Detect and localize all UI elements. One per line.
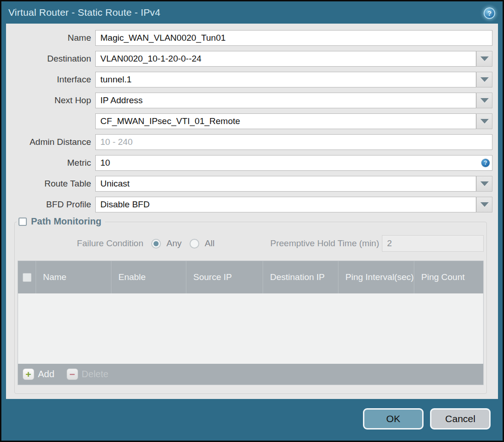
table-body-empty: [18, 293, 483, 364]
column-header-source-ip[interactable]: Source IP: [186, 261, 263, 293]
next-hop-dropdown-button[interactable]: [476, 93, 492, 108]
next-hop-label: Next Hop: [6, 95, 95, 106]
bfd-profile-dropdown-button[interactable]: [476, 197, 492, 212]
next-hop-address-dropdown-button[interactable]: [476, 113, 492, 129]
dialog-footer: OK Cancel: [363, 408, 491, 430]
name-input[interactable]: [95, 30, 492, 46]
name-row: Name: [6, 30, 492, 46]
interface-input[interactable]: [95, 72, 476, 87]
chevron-down-icon: [480, 56, 489, 61]
bfd-profile-label: BFD Profile: [6, 199, 95, 210]
cancel-button[interactable]: Cancel: [430, 408, 491, 430]
path-monitoring-legend: Path Monitoring: [17, 216, 105, 227]
failure-condition-row: Failure Condition Any All Preemptive Hol…: [18, 235, 484, 252]
route-table-label: Route Table: [6, 179, 95, 189]
chevron-down-icon: [480, 119, 489, 124]
route-table-input[interactable]: [95, 176, 476, 192]
dialog-body: Name Destination Interface: [6, 24, 498, 399]
preemptive-hold-label: Preemptive Hold Time (min): [270, 238, 379, 249]
table-toolbar: + Add − Delete: [18, 364, 483, 385]
next-hop-address-row: [6, 113, 492, 129]
plus-icon: +: [23, 368, 34, 380]
minus-icon: −: [67, 368, 78, 380]
interface-row: Interface: [6, 72, 492, 87]
next-hop-row: Next Hop: [6, 93, 492, 108]
column-header-ping-count[interactable]: Ping Count: [414, 261, 483, 293]
route-table-row: Route Table: [6, 176, 492, 192]
name-label: Name: [6, 33, 95, 43]
bfd-profile-input[interactable]: [95, 197, 476, 212]
metric-info-icon[interactable]: ?: [481, 159, 490, 167]
delete-button-label: Delete: [82, 369, 109, 380]
column-header-name[interactable]: Name: [36, 261, 111, 293]
metric-row: Metric ?: [6, 155, 492, 171]
table-header-row: Name Enable Source IP Destination IP Pin…: [18, 261, 483, 293]
failure-condition-label: Failure Condition: [18, 238, 143, 249]
chevron-down-icon: [480, 77, 489, 82]
failure-condition-all-radio[interactable]: [190, 239, 199, 249]
column-header-enable[interactable]: Enable: [111, 261, 186, 293]
static-route-dialog: Virtual Router - Static Route - IPv4 ? N…: [0, 0, 504, 442]
admin-distance-row: Admin Distance: [6, 134, 492, 150]
chevron-down-icon: [480, 202, 489, 207]
delete-button[interactable]: − Delete: [67, 368, 109, 380]
path-monitoring-title: Path Monitoring: [31, 216, 101, 227]
admin-distance-label: Admin Distance: [6, 137, 95, 147]
dialog-title: Virtual Router - Static Route - IPv4: [8, 7, 160, 18]
select-all-checkbox[interactable]: [23, 273, 31, 282]
route-table-dropdown-button[interactable]: [476, 176, 492, 192]
interface-label: Interface: [6, 75, 95, 85]
add-button-label: Add: [38, 369, 55, 380]
column-header-ping-interval[interactable]: Ping Interval(sec): [338, 261, 414, 293]
next-hop-type-input[interactable]: [95, 93, 476, 108]
chevron-down-icon: [480, 98, 489, 103]
failure-condition-any-radio[interactable]: [151, 239, 161, 249]
interface-dropdown-button[interactable]: [476, 72, 492, 87]
metric-label: Metric: [6, 158, 95, 168]
add-button[interactable]: + Add: [23, 368, 55, 380]
table-select-all-cell: [18, 261, 36, 293]
ok-button[interactable]: OK: [363, 408, 424, 430]
metric-input[interactable]: [95, 155, 492, 171]
admin-distance-input[interactable]: [95, 134, 492, 150]
title-bar: Virtual Router - Static Route - IPv4 ?: [1, 1, 503, 24]
column-header-destination-ip[interactable]: Destination IP: [263, 261, 338, 293]
failure-condition-any-label: Any: [166, 238, 182, 249]
dialog-window: Virtual Router - Static Route - IPv4 ? N…: [1, 1, 503, 441]
destination-label: Destination: [6, 54, 95, 64]
help-icon[interactable]: ?: [484, 7, 495, 19]
preemptive-hold-input[interactable]: [382, 235, 484, 252]
destination-row: Destination: [6, 51, 492, 67]
bfd-profile-row: BFD Profile: [6, 197, 492, 212]
destination-input[interactable]: [95, 51, 476, 67]
destination-dropdown-button[interactable]: [476, 51, 492, 67]
next-hop-address-input[interactable]: [95, 113, 476, 129]
path-monitoring-table: Name Enable Source IP Destination IP Pin…: [18, 261, 484, 385]
failure-condition-all-label: All: [205, 238, 215, 249]
path-monitoring-group: Path Monitoring Failure Condition Any Al…: [14, 222, 487, 394]
chevron-down-icon: [480, 181, 489, 186]
path-monitoring-checkbox[interactable]: [18, 218, 27, 226]
